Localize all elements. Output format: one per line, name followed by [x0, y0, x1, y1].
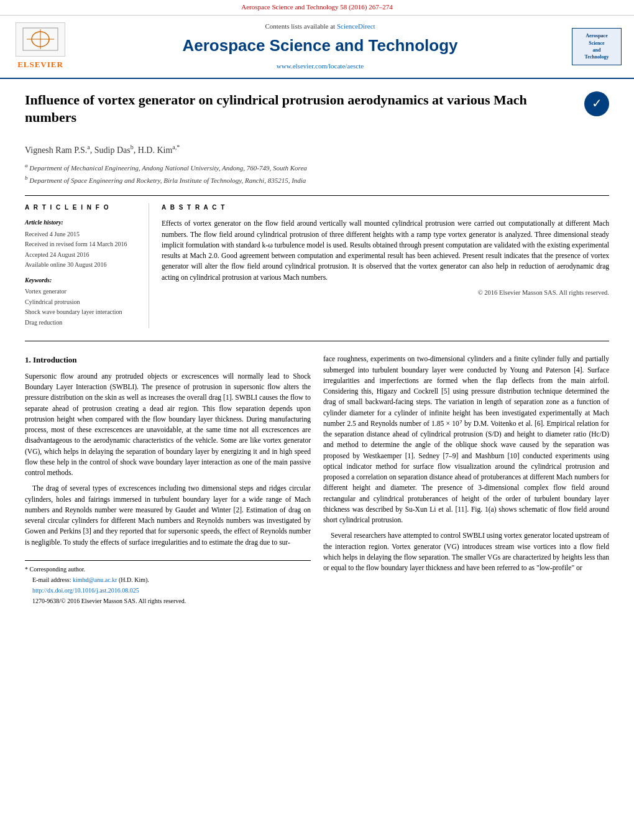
right-para1: face roughness, experiments on two-dimen… — [323, 354, 609, 525]
keyword-1: Vortex generator — [25, 287, 139, 297]
elsevier-logo: ELSEVIER — [12, 22, 68, 71]
right-para2: Several researchers have attempted to co… — [323, 530, 609, 573]
authors-line: Vignesh Ram P.S.a, Sudip Dasb, H.D. Kima… — [25, 143, 609, 157]
intro-para2: The drag of several types of excrescence… — [25, 483, 311, 548]
elsevier-wordmark: ELSEVIER — [17, 59, 63, 71]
keyword-4: Drag reduction — [25, 318, 139, 328]
crossmark-badge: ✓ — [584, 91, 609, 116]
body-columns: 1. Introduction Supersonic flow around a… — [25, 354, 609, 607]
doi-link[interactable]: http://dx.doi.org/10.1016/j.ast.2016.08.… — [32, 587, 139, 594]
history-received: Received 4 June 2015 — [25, 230, 139, 239]
article-info-heading: A R T I C L E I N F O — [25, 203, 139, 213]
corresponding-author-note: * Corresponding author. — [25, 565, 311, 574]
affiliations: a Department of Mechanical Engineering, … — [25, 162, 609, 185]
paper-title-section: Influence of vortex generator on cylindr… — [25, 91, 609, 133]
email-note: E-mail address: kimhd@anu.ac.kr (H.D. Ki… — [25, 575, 311, 584]
history-revised: Received in revised form 14 March 2016 — [25, 240, 139, 249]
keyword-2: Cylindrical protrusion — [25, 298, 139, 307]
history-accepted: Accepted 24 August 2016 — [25, 251, 139, 260]
issn-line: 1270-9638/© 2016 Elsevier Masson SAS. Al… — [25, 596, 311, 606]
article-info-abstract: A R T I C L E I N F O Article history: R… — [25, 195, 609, 329]
journal-title-area: Contents lists available at ScienceDirec… — [75, 22, 566, 72]
abstract-heading: A B S T R A C T — [162, 203, 609, 213]
top-bar: Aerospace Science and Technology 58 (201… — [0, 0, 634, 16]
abstract-section: A B S T R A C T Effects of vortex genera… — [162, 203, 609, 329]
journal-logo-right: AerospaceScienceandTechnology — [572, 28, 622, 65]
journal-header: ELSEVIER Contents lists available at Sci… — [0, 16, 634, 79]
journal-title: Aerospace Science and Technology — [75, 34, 566, 58]
copyright-line: © 2016 Elsevier Masson SAS. All rights r… — [162, 288, 609, 297]
history-online: Available online 30 August 2016 — [25, 261, 139, 270]
right-column: face roughness, experiments on two-dimen… — [323, 354, 609, 607]
doi-line: http://dx.doi.org/10.1016/j.ast.2016.08.… — [25, 586, 311, 595]
elsevier-logo-image — [16, 22, 65, 57]
keywords-label: Keywords: — [25, 276, 139, 285]
section-divider — [25, 341, 609, 341]
left-column: 1. Introduction Supersonic flow around a… — [25, 354, 311, 607]
journal-url: www.elsevier.com/locate/aescte — [75, 62, 566, 72]
contents-line: Contents lists available at ScienceDirec… — [75, 22, 566, 32]
footnote-area: * Corresponding author. E-mail address: … — [25, 560, 311, 606]
keyword-3: Shock wave boundary layer interaction — [25, 308, 139, 317]
author-email-link[interactable]: kimhd@anu.ac.kr — [73, 576, 117, 583]
sciencedirect-link[interactable]: ScienceDirect — [337, 22, 375, 30]
history-label: Article history: — [25, 218, 139, 228]
intro-para1: Supersonic flow around any protruded obj… — [25, 371, 311, 479]
article-info: A R T I C L E I N F O Article history: R… — [25, 203, 149, 329]
paper-title: Influence of vortex generator on cylindr… — [25, 91, 575, 127]
intro-heading: 1. Introduction — [25, 354, 311, 366]
abstract-text: Effects of vortex generator on the flow … — [162, 218, 609, 283]
